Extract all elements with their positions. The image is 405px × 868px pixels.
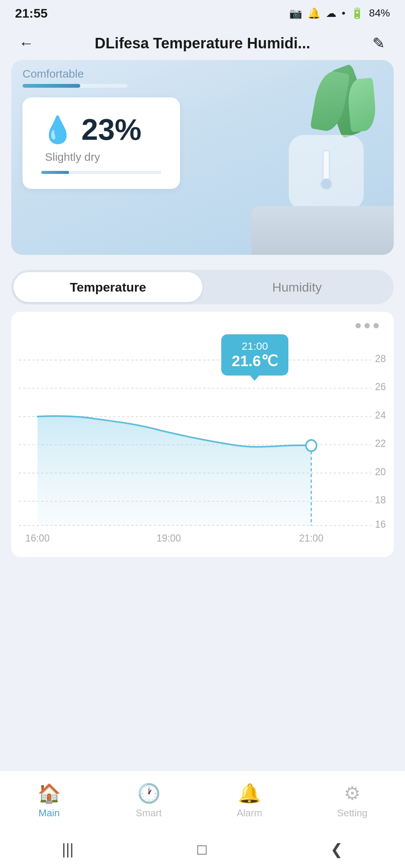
humidity-card: 💧 23% Slightly dry xyxy=(22,97,180,189)
tabs-wrapper: Temperature Humidity xyxy=(11,270,394,304)
nav-main[interactable]: 🏠 Main xyxy=(38,783,61,819)
recent-apps-button[interactable]: ||| xyxy=(51,837,85,862)
tab-temperature[interactable]: Temperature xyxy=(14,272,202,302)
camera-icon: 📷 xyxy=(289,7,302,19)
chart-svg-wrapper[interactable]: 28 26 24 22 20 18 16 16:00 19:00 21:00 xyxy=(19,336,386,546)
home-button[interactable]: □ xyxy=(186,837,218,862)
tooltip-value: 21.6℃ xyxy=(232,352,278,370)
thermo-bulb xyxy=(321,178,332,190)
bottom-nav: 🏠 Main 🕐 Smart 🔔 Alarm ⚙ Setting xyxy=(0,771,405,831)
tooltip-arrow xyxy=(250,376,259,381)
thermometer-device xyxy=(289,135,364,210)
setting-icon: ⚙ xyxy=(344,783,361,804)
nav-smart-label: Smart xyxy=(136,807,162,819)
thermo-inner xyxy=(315,150,338,195)
svg-text:21:00: 21:00 xyxy=(299,532,323,544)
svg-text:24: 24 xyxy=(375,409,386,421)
nav-smart[interactable]: 🕐 Smart xyxy=(136,783,162,819)
svg-text:22: 22 xyxy=(375,437,386,449)
thermo-tube xyxy=(322,150,330,180)
page-title: DLifesa Temperature Humidi... xyxy=(38,35,368,52)
status-time: 21:55 xyxy=(15,6,48,21)
comfort-bar xyxy=(22,84,128,88)
status-bar: 21:55 📷 🔔 ☁ • 🔋 84% xyxy=(0,0,405,26)
chart-options[interactable] xyxy=(19,319,386,332)
cloud-icon: ☁ xyxy=(326,7,336,19)
battery-icon: 🔋 xyxy=(351,7,364,19)
plant-leaf-3 xyxy=(346,78,377,132)
temperature-chart: 28 26 24 22 20 18 16 16:00 19:00 21:00 xyxy=(19,336,386,546)
edit-button[interactable]: ✎ xyxy=(368,34,390,52)
dot-3 xyxy=(374,323,379,328)
svg-text:16: 16 xyxy=(375,518,386,530)
desk-decoration xyxy=(251,206,394,255)
nav-alarm[interactable]: 🔔 Alarm xyxy=(237,783,262,819)
tab-humidity[interactable]: Humidity xyxy=(202,272,392,302)
chart-container: 21:00 21.6℃ xyxy=(11,312,394,557)
svg-text:18: 18 xyxy=(375,494,386,506)
svg-text:26: 26 xyxy=(375,381,386,393)
back-button[interactable]: ← xyxy=(15,35,38,52)
svg-text:20: 20 xyxy=(375,466,386,477)
tooltip-time: 21:00 xyxy=(232,340,278,352)
back-button-system[interactable]: ❮ xyxy=(319,837,354,862)
svg-text:28: 28 xyxy=(375,353,386,364)
status-icons: 📷 🔔 ☁ • 🔋 84% xyxy=(289,7,390,19)
svg-point-8 xyxy=(306,440,316,451)
system-nav-bar: ||| □ ❮ xyxy=(0,831,405,868)
comfort-bar-fill xyxy=(22,84,80,88)
dot-2 xyxy=(364,323,370,328)
humidity-bar-fill xyxy=(41,171,69,174)
humidity-description: Slightly dry xyxy=(45,151,161,163)
smart-icon: 🕐 xyxy=(137,783,160,804)
home-icon: 🏠 xyxy=(38,783,61,804)
humidity-value: 23% xyxy=(81,112,141,147)
battery-level: 84% xyxy=(369,7,390,19)
humidity-bar xyxy=(41,171,161,174)
dot-1 xyxy=(356,323,361,328)
chart-tooltip: 21:00 21.6℃ xyxy=(221,334,288,376)
dot-icon: • xyxy=(342,7,345,19)
humidity-row: 💧 23% xyxy=(41,112,161,147)
alarm-icon: 🔔 xyxy=(238,783,261,804)
hero-section: Comfortable 💧 23% Slightly dry xyxy=(11,60,394,255)
nav-alarm-label: Alarm xyxy=(237,807,262,819)
header: ← DLifesa Temperature Humidi... ✎ xyxy=(0,26,405,60)
tabs-container: Temperature Humidity xyxy=(11,270,394,304)
nav-setting[interactable]: ⚙ Setting xyxy=(337,783,368,819)
nav-main-label: Main xyxy=(39,807,60,819)
svg-text:16:00: 16:00 xyxy=(25,532,50,544)
notification-icon: 🔔 xyxy=(308,7,321,19)
nav-setting-label: Setting xyxy=(337,807,368,819)
svg-text:19:00: 19:00 xyxy=(156,532,181,544)
humidity-icon: 💧 xyxy=(41,114,74,145)
